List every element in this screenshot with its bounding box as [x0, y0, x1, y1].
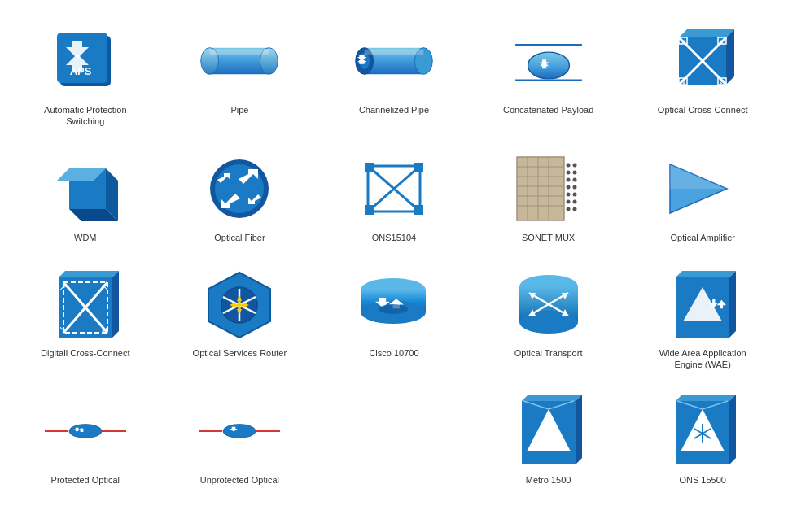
icon-pipe [199, 24, 280, 98]
svg-point-68 [572, 170, 576, 174]
item-unprotected-optical[interactable]: Unprotected Optical [163, 386, 317, 494]
item-wdm[interactable]: WDM [8, 144, 163, 251]
label-optical-amplifier: Optical Amplifier [670, 232, 734, 243]
label-optical-fiber: Optical Fiber [214, 232, 265, 243]
svg-point-71 [572, 192, 576, 196]
item-optical-fiber[interactable]: Optical Fiber [163, 144, 317, 251]
item-cisco-10700[interactable]: Cisco 10700 [317, 259, 471, 379]
icon-optical-transport [508, 268, 589, 341]
item-concatenated-payload[interactable]: Concatenated Payload [471, 16, 626, 136]
icon-optical-services-router [199, 268, 280, 341]
label-concatenated-payload: Concatenated Payload [503, 104, 593, 116]
svg-marker-127 [522, 395, 582, 401]
item-metro-1500[interactable]: Metro 1500 [471, 386, 626, 494]
item-optical-services-router[interactable]: Optical Services Router [163, 259, 317, 379]
svg-text:↘: ↘ [59, 324, 67, 335]
label-wae: Wide Area Application Engine (WAE) [650, 347, 755, 371]
svg-rect-47 [365, 163, 374, 172]
icon-wdm [45, 152, 126, 225]
label-pipe: Pipe [230, 104, 248, 116]
svg-marker-133 [676, 395, 736, 401]
svg-point-69 [572, 177, 576, 181]
svg-marker-134 [729, 395, 736, 464]
label-digital-cross-connect: Digitall Cross-Connect [41, 347, 129, 359]
label-aps: Automatic Protection Switching [33, 104, 138, 128]
svg-rect-15 [365, 49, 424, 55]
icon-cisco-10700 [353, 268, 435, 341]
item-empty [317, 386, 471, 494]
svg-rect-48 [414, 163, 423, 172]
label-optical-services-router: Optical Services Router [193, 347, 287, 359]
svg-point-60 [566, 163, 570, 167]
icon-optical-amplifier [662, 152, 743, 225]
svg-text:↙: ↙ [101, 324, 109, 335]
svg-rect-49 [365, 205, 374, 215]
svg-point-105 [519, 311, 578, 334]
svg-marker-128 [576, 395, 582, 464]
item-ons15104[interactable]: ONS15104 [317, 144, 471, 251]
svg-point-17 [528, 52, 569, 79]
icon-sonet-mux [508, 152, 589, 225]
label-optical-transport: Optical Transport [514, 347, 583, 359]
icon-concatenated-payload [508, 24, 589, 98]
item-digital-cross-connect[interactable]: ↗ ↖ ↘ ↙ Digitall Cross-Connect [8, 259, 163, 379]
item-sonet-mux[interactable]: SONET MUX [471, 144, 626, 251]
svg-marker-77 [112, 271, 119, 338]
icon-metro-1500 [508, 395, 589, 468]
label-ons15104: ONS15104 [372, 232, 416, 243]
svg-text:APS: APS [69, 65, 91, 77]
svg-marker-112 [676, 271, 736, 277]
svg-rect-8 [210, 49, 269, 55]
svg-text:↗: ↗ [680, 38, 686, 46]
svg-point-73 [572, 207, 576, 211]
icon-ons-15500 [662, 395, 743, 468]
icon-ons15104 [353, 152, 435, 225]
icon-digital-cross-connect: ↗ ↖ ↘ ↙ [45, 268, 126, 341]
svg-point-102 [379, 304, 408, 314]
label-metro-1500: Metro 1500 [526, 474, 571, 486]
svg-text:↖: ↖ [101, 281, 109, 293]
item-pipe[interactable]: Pipe [163, 16, 317, 136]
svg-text:↙: ↙ [719, 77, 725, 85]
svg-point-124 [223, 425, 256, 438]
svg-point-63 [566, 185, 570, 189]
svg-marker-76 [59, 271, 119, 277]
label-wdm: WDM [74, 232, 97, 243]
icon-channelized-pipe [353, 24, 435, 98]
label-optical-cross-connect: Optical Cross-Connect [658, 104, 748, 116]
svg-point-67 [572, 163, 576, 167]
label-sonet-mux: SONET MUX [522, 232, 575, 243]
label-unprotected-optical: Unprotected Optical [200, 474, 279, 486]
svg-text:↘: ↘ [680, 77, 686, 85]
icon-optical-cross-connect: ↗ ↖ ↘ ↙ [662, 24, 743, 98]
icon-protected-optical [45, 395, 126, 468]
icon-aps: APS [45, 24, 126, 98]
svg-point-119 [69, 425, 102, 438]
icon-grid: APS Automatic Protection Switching [0, 0, 788, 511]
label-cisco-10700: Cisco 10700 [369, 347, 418, 359]
svg-marker-22 [726, 29, 734, 85]
svg-marker-113 [729, 271, 736, 338]
label-channelized-pipe: Channelized Pipe [359, 104, 429, 116]
item-aps[interactable]: APS Automatic Protection Switching [8, 16, 163, 136]
icon-optical-fiber [199, 152, 280, 225]
item-optical-amplifier[interactable]: Optical Amplifier [625, 144, 780, 251]
svg-point-66 [566, 207, 570, 211]
icon-wae [662, 268, 743, 341]
item-channelized-pipe[interactable]: Channelized Pipe [317, 16, 471, 136]
item-wae[interactable]: Wide Area Application Engine (WAE) [625, 259, 780, 379]
item-optical-cross-connect[interactable]: ↗ ↖ ↘ ↙ Optical Cross-Connect [625, 16, 780, 136]
svg-point-64 [566, 192, 570, 196]
item-optical-transport[interactable]: Optical Transport [471, 259, 626, 379]
svg-point-65 [566, 199, 570, 203]
svg-point-70 [572, 185, 576, 189]
label-protected-optical: Protected Optical [51, 474, 120, 486]
svg-point-61 [566, 170, 570, 174]
svg-rect-50 [414, 205, 423, 215]
svg-text:↗: ↗ [59, 281, 67, 293]
icon-unprotected-optical [199, 395, 280, 468]
svg-marker-21 [679, 29, 734, 37]
item-ons-15500[interactable]: ONS 15500 [625, 386, 780, 494]
svg-point-62 [566, 177, 570, 181]
item-protected-optical[interactable]: Protected Optical [8, 386, 163, 494]
